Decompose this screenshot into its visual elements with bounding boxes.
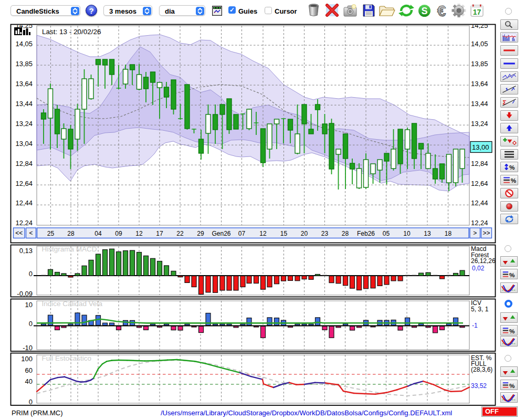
svg-text:13,85: 13,85 — [471, 60, 488, 68]
svg-text:05: 05 — [383, 230, 390, 237]
svg-text:12: 12 — [135, 230, 143, 237]
svg-text:10: 10 — [403, 230, 411, 237]
svg-text:14,05: 14,05 — [471, 40, 488, 48]
svg-text:>>: >> — [482, 229, 490, 237]
svg-text:13,44: 13,44 — [471, 100, 488, 108]
svg-text:12,84: 12,84 — [15, 160, 33, 167]
svg-text:09: 09 — [115, 230, 122, 237]
svg-text:12,24: 12,24 — [15, 219, 33, 227]
svg-text:26,12,26: 26,12,26 — [471, 257, 496, 265]
svg-text:0,02: 0,02 — [472, 265, 485, 272]
svg-text:(28,3,6): (28,3,6) — [471, 366, 492, 373]
svg-text:13,24: 13,24 — [471, 120, 488, 128]
svg-text:40: 40 — [25, 377, 33, 385]
svg-text:28: 28 — [67, 230, 75, 237]
svg-text:0: 0 — [29, 398, 33, 406]
svg-text:04: 04 — [94, 230, 102, 237]
svg-text:13: 13 — [424, 230, 431, 237]
svg-text:22: 22 — [176, 230, 184, 237]
svg-text:0: 0 — [29, 270, 33, 278]
svg-text:14,25: 14,25 — [471, 22, 488, 29]
svg-text:13,00: 13,00 — [472, 143, 489, 151]
svg-text:13,04: 13,04 — [15, 140, 33, 148]
svg-text:100: 100 — [21, 355, 33, 363]
svg-text:17: 17 — [156, 230, 163, 237]
svg-text:13,64: 13,64 — [15, 80, 33, 88]
svg-text:10: 10 — [25, 301, 33, 309]
svg-text:%: % — [511, 177, 517, 184]
svg-text:<<: << — [15, 229, 23, 237]
svg-text:>: > — [473, 229, 477, 237]
svg-text:12,24: 12,24 — [471, 219, 488, 227]
svg-text:5, 3, 1: 5, 3, 1 — [471, 306, 489, 313]
svg-text:%: % — [509, 164, 515, 171]
svg-text:0: 0 — [29, 320, 33, 328]
svg-text:25: 25 — [47, 230, 55, 237]
svg-text:Full Estocastico: Full Estocastico — [42, 354, 92, 362]
svg-text:12,44: 12,44 — [15, 199, 33, 207]
svg-text:12: 12 — [259, 230, 267, 237]
svg-text:15: 15 — [280, 230, 288, 237]
svg-text:13,64: 13,64 — [471, 80, 488, 88]
svg-text:-1: -1 — [472, 322, 478, 329]
svg-text:18: 18 — [445, 230, 452, 237]
svg-text:12,64: 12,64 — [15, 180, 33, 187]
svg-text:60: 60 — [25, 366, 33, 374]
svg-text:Indice Calidad Vela: Indice Calidad Vela — [42, 300, 103, 308]
svg-text:33,52: 33,52 — [471, 382, 487, 390]
svg-text:12,84: 12,84 — [471, 160, 488, 167]
svg-text:12,44: 12,44 — [471, 199, 488, 207]
svg-text:%: % — [509, 271, 515, 278]
svg-text:-0,09: -0,09 — [17, 290, 33, 298]
svg-text:Histgrama MACD: Histgrama MACD — [42, 245, 97, 253]
svg-text:23: 23 — [321, 230, 329, 237]
svg-text:Feb26: Feb26 — [357, 230, 375, 237]
svg-text:-10: -10 — [23, 344, 33, 352]
svg-text:<: < — [29, 229, 33, 237]
svg-text:Gen26: Gen26 — [212, 230, 230, 237]
svg-text:29: 29 — [197, 230, 204, 237]
svg-text:14,05: 14,05 — [15, 40, 33, 48]
svg-text:13,44: 13,44 — [15, 100, 33, 108]
svg-text:13,85: 13,85 — [15, 60, 33, 68]
svg-text:%: % — [509, 382, 515, 389]
svg-text:0,13: 0,13 — [19, 247, 33, 255]
svg-text:%: % — [509, 328, 515, 334]
svg-text:28: 28 — [342, 230, 349, 237]
svg-text:12,64: 12,64 — [471, 180, 488, 187]
svg-text:20: 20 — [301, 230, 308, 237]
svg-text:07: 07 — [238, 230, 246, 237]
svg-text:Last: 13 - 20/02/26: Last: 13 - 20/02/26 — [42, 28, 101, 36]
svg-text:13,24: 13,24 — [15, 120, 33, 128]
